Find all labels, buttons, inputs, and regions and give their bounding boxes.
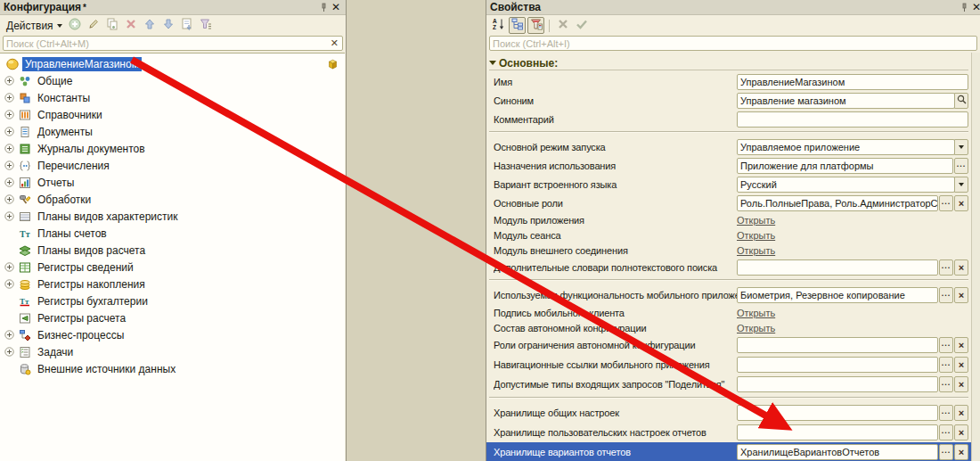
tree-item-label: Регистры расчета <box>35 311 128 325</box>
property-value[interactable] <box>737 376 938 392</box>
move-down-button[interactable] <box>160 17 177 34</box>
expander-icon[interactable] <box>4 194 14 204</box>
expander-icon[interactable] <box>4 347 14 357</box>
clear-field-button[interactable]: × <box>954 337 968 353</box>
expander-icon[interactable] <box>4 177 14 187</box>
open-object-button[interactable] <box>179 17 196 34</box>
expander-icon[interactable] <box>4 279 14 289</box>
expander-icon[interactable] <box>4 93 14 103</box>
filter-props-button[interactable] <box>527 17 544 34</box>
clear-field-button[interactable]: × <box>954 444 968 460</box>
property-value[interactable]: Роль.ПолныеПрава, Роль.АдминистраторСис <box>737 195 938 211</box>
property-value[interactable]: Русский <box>737 177 955 193</box>
clear-field-button[interactable]: × <box>954 405 968 421</box>
delete-button[interactable] <box>123 17 140 34</box>
clear-field-button[interactable]: × <box>954 357 968 373</box>
expander-icon[interactable] <box>4 262 14 272</box>
tree-item[interactable]: Планы видов характеристик <box>0 208 345 225</box>
ellipsis-button[interactable]: ... <box>939 195 953 211</box>
open-link[interactable]: Открыть <box>737 308 775 318</box>
tree-item[interactable]: Справочники <box>0 106 345 123</box>
tree-item[interactable]: Регистры сведений <box>0 259 345 276</box>
properties-search-input[interactable] <box>493 38 974 49</box>
tree-item[interactable]: Бизнес-процессы <box>0 326 345 343</box>
tree-item[interactable]: Внешние источники данных <box>0 360 345 377</box>
dropdown-button[interactable] <box>954 177 968 193</box>
property-value[interactable]: ХранилищеВариантовОтчетов <box>737 444 938 460</box>
property-value[interactable] <box>737 405 938 421</box>
ellipsis-button[interactable]: ... <box>939 405 953 421</box>
property-value[interactable]: Управление магазином <box>737 93 955 109</box>
expander-icon[interactable] <box>4 161 14 170</box>
property-value[interactable] <box>737 424 938 440</box>
ellipsis-button[interactable]: ... <box>939 357 953 373</box>
property-value[interactable]: Управляемое приложение <box>737 139 955 155</box>
tree-item[interactable]: Обработки <box>0 191 345 208</box>
move-up-button[interactable] <box>142 17 159 34</box>
tree-item[interactable]: Общие <box>0 72 345 89</box>
expander-icon[interactable] <box>4 330 14 340</box>
open-link[interactable]: Открыть <box>737 230 775 241</box>
property-value[interactable] <box>737 259 938 276</box>
expander-icon[interactable] <box>4 110 14 119</box>
ellipsis-button[interactable]: ... <box>939 337 953 353</box>
clear-field-button[interactable]: × <box>954 195 968 211</box>
property-value[interactable]: УправлениеМагазином <box>737 74 968 90</box>
ellipsis-button[interactable]: ... <box>939 376 953 392</box>
ellipsis-button[interactable]: ... <box>939 444 953 460</box>
expander-icon[interactable] <box>4 127 14 136</box>
lookup-button[interactable] <box>954 93 968 109</box>
actions-button[interactable]: Действия <box>4 20 65 32</box>
add-button[interactable] <box>67 17 84 34</box>
scrollbar[interactable] <box>971 53 980 461</box>
open-link[interactable]: Открыть <box>737 245 775 256</box>
property-value[interactable]: Приложение для платформы <box>737 158 953 174</box>
clear-field-button[interactable]: × <box>954 376 968 392</box>
add-icon <box>68 17 82 34</box>
open-link[interactable]: Открыть <box>737 215 775 226</box>
clone-button[interactable] <box>104 17 121 34</box>
close-panel-button[interactable]: ✕ <box>970 2 980 12</box>
property-row: Основные ролиРоль.ПолныеПрава, Роль.Адми… <box>486 193 971 212</box>
pin-button[interactable] <box>318 2 330 13</box>
apply-button[interactable] <box>573 17 590 34</box>
tree-item[interactable]: Регистры расчета <box>0 309 345 326</box>
expander-icon[interactable] <box>4 211 14 221</box>
tree-item[interactable]: Регистры накопления <box>0 276 345 292</box>
discard-button[interactable] <box>554 17 571 34</box>
property-value[interactable] <box>737 337 938 353</box>
edit-button[interactable] <box>86 17 102 34</box>
tree-item[interactable]: ТтРегистры бухгалтерии <box>0 292 345 309</box>
clear-field-button[interactable]: × <box>954 287 968 303</box>
section-header[interactable]: Основные: <box>489 56 968 70</box>
clear-field-button[interactable]: × <box>954 259 968 276</box>
sort-az-button[interactable]: AZ <box>490 17 507 34</box>
pin-button[interactable] <box>959 2 970 13</box>
property-value[interactable]: Биометрия, Резервное копирование <box>737 287 938 303</box>
tree-item[interactable]: Журналы документов <box>0 140 345 157</box>
expander-icon[interactable] <box>4 76 14 86</box>
clear-field-button[interactable]: × <box>954 424 968 440</box>
tree-item[interactable]: Перечисления <box>0 157 345 174</box>
tree-item[interactable]: Константы <box>0 89 345 106</box>
categories-button[interactable] <box>509 17 526 34</box>
property-value[interactable] <box>737 111 968 128</box>
close-panel-button[interactable]: ✕ <box>330 2 342 12</box>
tree-item[interactable]: УправлениеМагазином <box>0 55 345 72</box>
property-value[interactable] <box>737 357 938 373</box>
dropdown-button[interactable] <box>954 139 968 155</box>
open-link[interactable]: Открыть <box>737 323 775 333</box>
tree-item[interactable]: Документы <box>0 123 345 140</box>
ellipsis-button[interactable]: ... <box>954 158 968 174</box>
search-input[interactable] <box>6 38 330 49</box>
clear-search-icon[interactable]: ✕ <box>330 37 339 49</box>
tree-item[interactable]: Планы видов расчета <box>0 242 345 259</box>
tree-item[interactable]: Отчеты <box>0 174 345 191</box>
ellipsis-button[interactable]: ... <box>939 259 953 276</box>
filter-button[interactable] <box>198 17 215 34</box>
tree-item[interactable]: Задачи <box>0 343 345 360</box>
ellipsis-button[interactable]: ... <box>939 287 953 303</box>
expander-icon[interactable] <box>4 144 14 153</box>
ellipsis-button[interactable]: ... <box>939 424 953 440</box>
tree-item[interactable]: ТтПланы счетов <box>0 225 345 242</box>
